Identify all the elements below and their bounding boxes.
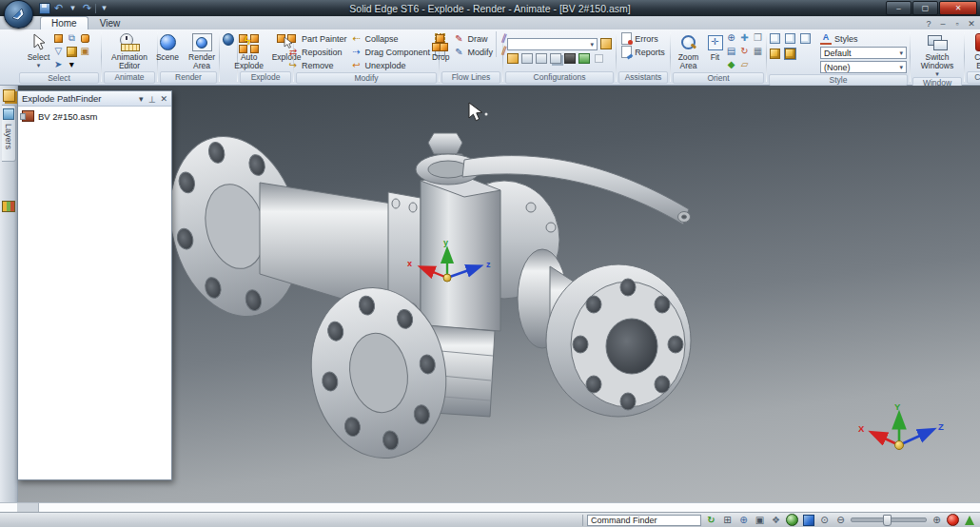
group-label-render: Render <box>160 71 217 84</box>
quick-access-toolbar: ↶ ▾ ↷ ▾ <box>38 3 110 14</box>
shaded-style-icon[interactable] <box>769 48 780 59</box>
modify-flow-line-button[interactable]: ✎ Modify <box>453 46 493 58</box>
rotate-icon[interactable]: ↻ <box>739 46 751 57</box>
statusbar-separator <box>582 515 583 526</box>
apply-configuration-icon[interactable] <box>600 38 612 49</box>
configurations-icon-4[interactable] <box>550 53 561 65</box>
configurations-icon-3[interactable] <box>536 53 547 65</box>
customize-qat-dropdown[interactable]: ▾ <box>98 3 110 14</box>
tree-item-assembly[interactable]: BV 2#150.asm <box>20 109 169 123</box>
close-button[interactable]: ✕ <box>939 1 977 15</box>
styles-button[interactable]: A Styles <box>820 32 907 45</box>
pathfinder-bottom-tab <box>17 503 39 512</box>
remove-button[interactable]: ↪ Remove <box>287 59 347 71</box>
tab-home[interactable]: Home <box>40 16 88 29</box>
select-tool-icon-5[interactable] <box>66 46 77 57</box>
shaded-edges-style-icon[interactable] <box>784 48 795 59</box>
select-button[interactable]: Select ▾ <box>26 31 52 68</box>
statusbar-pan-icon[interactable]: ❖ <box>770 514 782 526</box>
zoom-in-icon[interactable]: ⊕ <box>931 514 943 526</box>
visible-edges-style-icon[interactable] <box>784 32 795 44</box>
select-tool-icon-3[interactable] <box>79 32 90 44</box>
command-finder-input[interactable] <box>587 515 701 526</box>
minimize-button[interactable]: – <box>886 1 911 15</box>
common-views-icon[interactable]: ▦ <box>753 46 764 57</box>
pathfinder-close-icon[interactable]: ✕ <box>160 94 167 104</box>
redo-button[interactable]: ↷ <box>81 3 93 14</box>
shaded-view-icon[interactable]: ◆ <box>726 59 737 70</box>
select-tool-icon-2[interactable]: ⧉ <box>66 32 77 44</box>
switch-windows-button[interactable]: Switch Windows ▾ <box>912 31 962 77</box>
document-close-icon[interactable]: ✕ <box>967 19 976 29</box>
pan-icon[interactable]: ✚ <box>739 32 751 44</box>
document-restore-icon[interactable]: ▫ <box>952 19 962 29</box>
statusbar-zoom-icon[interactable]: ⊕ <box>737 514 750 526</box>
select-tools-dropdown-icon[interactable]: ▾ <box>66 59 77 70</box>
document-minimize-icon[interactable]: – <box>938 19 948 29</box>
save-button[interactable] <box>38 3 50 14</box>
face-style-combo[interactable]: Default ▾ <box>820 47 907 59</box>
auto-explode-button[interactable]: ϟ Auto Explode <box>228 31 270 70</box>
render-area-button[interactable]: Render Area <box>181 31 223 70</box>
previous-view-icon[interactable]: ❐ <box>753 32 764 44</box>
select-tool-icon-1[interactable] <box>52 32 64 44</box>
select-tool-icon-6[interactable]: ▣ <box>79 46 90 57</box>
graphics-performance-icon[interactable] <box>963 514 975 526</box>
draw-flow-line-button[interactable]: ✎ Draw <box>453 32 493 45</box>
statusbar-view-orientation-icon[interactable] <box>802 514 814 526</box>
close-era-icon: ✕ <box>975 31 980 53</box>
statusbar-zoom-area-icon[interactable]: ⊞ <box>721 514 734 526</box>
select-tool-icon-7[interactable]: ➤ <box>52 59 64 70</box>
undo-dropdown[interactable]: ▾ <box>67 3 79 14</box>
select-filter-icon[interactable]: ▽ <box>52 46 64 57</box>
zoom-slider[interactable] <box>851 517 927 522</box>
drop-icon <box>432 31 449 53</box>
named-views-icon[interactable]: ▤ <box>726 46 737 57</box>
statusbar-view-styles-icon[interactable] <box>786 514 798 526</box>
group-label-configurations: Configurations <box>505 71 614 84</box>
layers-tab[interactable]: Layers <box>2 105 16 162</box>
record-status-icon[interactable] <box>947 514 959 526</box>
fit-button[interactable]: Fit <box>706 31 725 62</box>
errors-button[interactable]: Errors <box>621 32 665 45</box>
animation-editor-button[interactable]: Animation Editor <box>103 31 156 70</box>
configurations-icon-2[interactable] <box>521 53 533 65</box>
pathfinder-display-options-icon[interactable]: ▾ <box>139 94 144 104</box>
drag-component-button[interactable]: ⇢ Drag Component <box>351 46 431 58</box>
command-finder-go-icon[interactable]: ↻ <box>705 514 717 526</box>
configurations-icon-6[interactable] <box>578 53 590 65</box>
ribbon: Select ▾ ⧉ ▽ ▣ ➤ ▾ Select <box>0 29 980 86</box>
face-override-combo[interactable]: (None) ▾ <box>820 61 907 73</box>
configurations-checkbox[interactable] <box>593 53 604 65</box>
zoom-icon[interactable]: ⊕ <box>726 32 737 44</box>
zoom-out-icon[interactable]: ⊖ <box>834 514 847 526</box>
tab-view[interactable]: View <box>88 16 132 29</box>
maximize-button[interactable]: ▢ <box>912 1 938 15</box>
reports-button[interactable]: Reports <box>621 46 665 58</box>
undo-button[interactable]: ↶ <box>52 3 65 14</box>
hidden-edges-style-icon[interactable] <box>799 32 811 44</box>
layers-icon <box>3 108 14 120</box>
zoom-slider-thumb[interactable] <box>883 515 892 526</box>
group-label-close: Close <box>967 71 980 84</box>
configurations-icon-1[interactable] <box>507 53 519 65</box>
scene-button[interactable]: Scene <box>154 31 181 62</box>
pathfinder-tab-icon[interactable] <box>2 88 15 102</box>
pathfinder-header[interactable]: Explode PathFinder ▾ ⊤ ✕ <box>18 91 171 107</box>
unexplode-button[interactable]: ↩ Unexplode <box>351 59 431 71</box>
close-era-button[interactable]: ✕ Close ERA <box>967 31 980 70</box>
drop-button[interactable]: Drop <box>430 31 451 62</box>
camera-configuration-icon[interactable] <box>564 53 576 65</box>
wireframe-style-icon[interactable] <box>769 32 780 44</box>
statusbar-perspective-icon[interactable]: ⊙ <box>818 514 831 526</box>
pathfinder-pin-icon[interactable]: ⊤ <box>148 94 156 104</box>
application-button[interactable] <box>4 0 33 29</box>
help-icon[interactable]: ? <box>924 19 933 29</box>
view-overrides-icon[interactable]: ▱ <box>739 59 751 70</box>
zoom-area-button[interactable]: Zoom Area <box>672 31 706 70</box>
configuration-combo[interactable]: ▾ <box>507 38 598 50</box>
statusbar-fit-icon[interactable]: ▣ <box>754 514 766 526</box>
pathfinder-title: Explode PathFinder <box>22 93 101 104</box>
sensors-tab-icon[interactable] <box>2 200 15 213</box>
collapse-button[interactable]: ⇠ Collapse <box>351 32 431 45</box>
